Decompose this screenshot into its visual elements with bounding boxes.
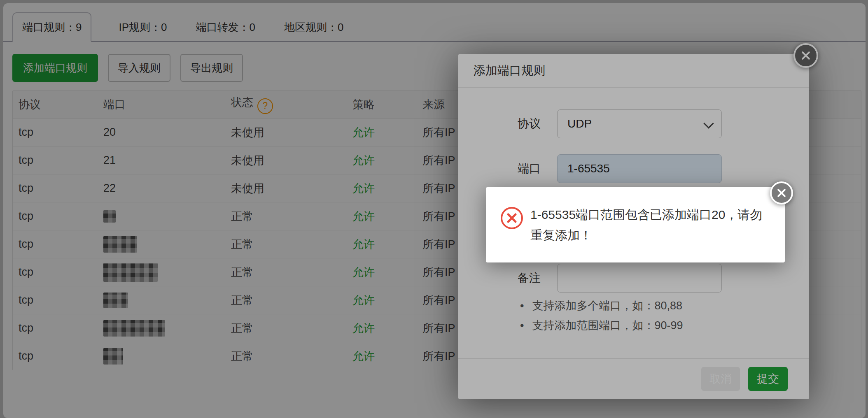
error-alert: 1-65535端口范围包含已添加端口20，请勿重复添加！	[486, 187, 785, 262]
error-circle-x-icon	[501, 207, 523, 229]
alert-message: 1-65535端口范围包含已添加端口20，请勿重复添加！	[530, 204, 770, 246]
firewall-page: 端口规则：9IP规则：0端口转发：0地区规则：0 添加端口规则导入规则导出规则 …	[0, 0, 868, 418]
alert-close-icon[interactable]	[770, 181, 793, 204]
